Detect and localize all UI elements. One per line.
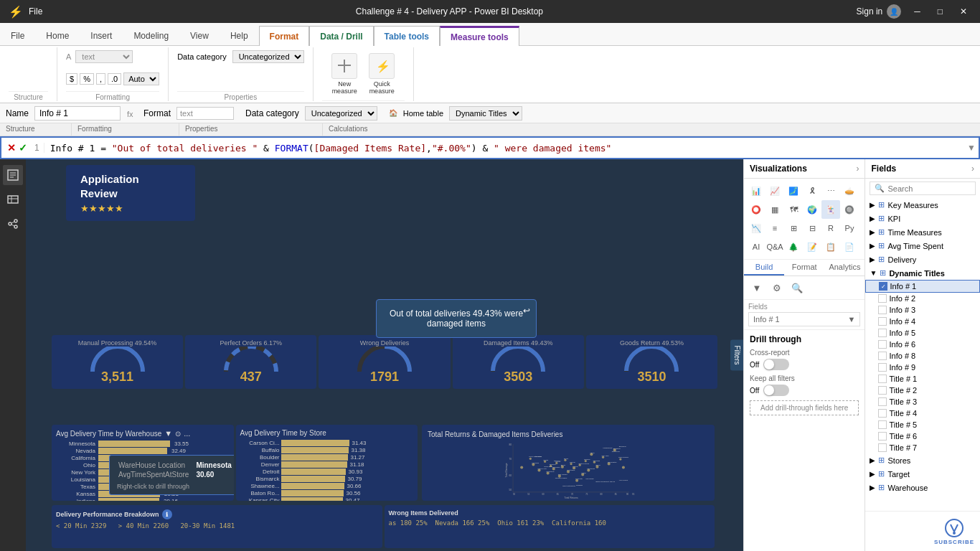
tab-measuretools[interactable]: Measure tools <box>440 26 519 46</box>
field-item-title7[interactable]: Title # 7 <box>865 442 980 453</box>
viz-icon-scatter[interactable]: ⋯ <box>821 182 840 200</box>
nav-model[interactable] <box>3 214 23 234</box>
field-item-info9[interactable]: Info # 9 <box>865 362 980 373</box>
tab-analytics[interactable]: Analytics <box>824 260 864 276</box>
group-kpi[interactable]: ▶ ⊞ KPI <box>865 212 980 225</box>
viz-icon-map[interactable]: 🗺 <box>784 200 803 219</box>
tab-modeling[interactable]: Modeling <box>123 25 179 45</box>
formula-content[interactable]: Info # 1 = "Out of total deliveries " & … <box>44 141 967 155</box>
minimize-btn[interactable]: ─ <box>910 6 925 17</box>
group-delivery[interactable]: ▶ ⊞ Delivery <box>865 253 980 266</box>
viz-settings-icon[interactable]: ⚙ <box>768 279 786 296</box>
group-time-measures[interactable]: ▶ ⊞ Time Measures <box>865 225 980 239</box>
viz-icon-pie[interactable]: 🥧 <box>840 182 859 200</box>
decimal-btn[interactable]: .0 <box>108 73 121 85</box>
tab-datadrill[interactable]: Data / Drill <box>309 26 373 46</box>
viz-expand-icon[interactable]: › <box>856 164 859 174</box>
percent-btn[interactable]: % <box>80 73 94 85</box>
tab-insert[interactable]: Insert <box>80 25 123 45</box>
group-dynamic-titles-header[interactable]: ▼ ⊞ Dynamic Titles <box>865 266 980 280</box>
viz-icon-py[interactable]: Py <box>840 219 859 237</box>
new-measure-btn[interactable]: Newmeasure <box>329 50 360 98</box>
field-item-info5[interactable]: Info # 5 <box>865 327 980 339</box>
viz-icon-gauge[interactable]: 🔘 <box>840 200 859 219</box>
group-stores[interactable]: ▶ ⊞ Stores <box>865 453 980 467</box>
viz-filter-icon[interactable]: ▼ <box>748 279 765 296</box>
viz-icon-qa[interactable]: Q&A <box>765 237 784 256</box>
group-warehouse[interactable]: ▶ ⊞ Warehouse <box>865 481 980 494</box>
viz-search-icon[interactable]: 🔍 <box>788 279 806 296</box>
tab-help[interactable]: Help <box>220 25 259 45</box>
data-category-dropdown[interactable]: Uncategorized <box>232 50 304 63</box>
dollar-btn[interactable]: $ <box>66 73 77 85</box>
field-item-title4[interactable]: Title # 4 <box>865 408 980 419</box>
field-item-title5[interactable]: Title # 5 <box>865 419 980 430</box>
viz-icon-filled-map[interactable]: 🌍 <box>803 200 821 219</box>
viz-icon-line[interactable]: 📈 <box>765 182 784 200</box>
field-item-info6[interactable]: Info # 6 <box>865 339 980 350</box>
data-category-select[interactable]: Uncategorized <box>305 106 377 121</box>
tab-format[interactable]: Format <box>259 26 310 46</box>
viz-icon-paginated[interactable]: 📄 <box>840 237 859 256</box>
add-drill-fields[interactable]: Add drill-through fields here <box>750 400 859 415</box>
keep-filters-toggle-track[interactable] <box>763 385 789 396</box>
fields-expand-icon[interactable]: › <box>971 164 974 174</box>
tab-home[interactable]: Home <box>35 25 80 45</box>
chart-focus-icon[interactable]: ⊙ <box>175 430 181 438</box>
formula-cancel[interactable]: ✕ <box>7 142 16 154</box>
tab-format-viz[interactable]: Format <box>784 260 824 276</box>
fields-search-input[interactable] <box>887 184 952 193</box>
comma-btn[interactable]: , <box>96 73 105 85</box>
field-item-title2[interactable]: Title # 2 <box>865 385 980 396</box>
viz-icon-decomp[interactable]: 🌲 <box>784 237 803 256</box>
field-item-info8[interactable]: Info # 8 <box>865 350 980 362</box>
tab-tabletools[interactable]: Table tools <box>374 26 440 46</box>
quick-measure-btn[interactable]: ⚡ Quickmeasure <box>366 50 397 98</box>
viz-icon-treemap[interactable]: ▦ <box>765 200 784 219</box>
format-input[interactable] <box>176 107 234 120</box>
viz-icon-table[interactable]: ⊞ <box>784 219 803 237</box>
filters-tab[interactable]: Filters <box>730 339 743 370</box>
format-dropdown[interactable]: text <box>75 50 133 63</box>
viz-icon-matrix[interactable]: ⊟ <box>803 219 821 237</box>
viz-icon-r[interactable]: R <box>821 219 840 237</box>
nav-report[interactable] <box>3 165 23 185</box>
nav-data[interactable] <box>3 189 23 209</box>
viz-icon-ai[interactable]: AI <box>747 237 765 256</box>
name-input[interactable] <box>34 106 121 121</box>
file-menu[interactable]: File <box>29 6 42 17</box>
close-btn[interactable]: ✕ <box>956 6 971 17</box>
field-item-info3[interactable]: Info # 3 <box>865 304 980 316</box>
group-target[interactable]: ▶ ⊞ Target <box>865 467 980 481</box>
viz-icon-kpi[interactable]: 📉 <box>747 219 765 237</box>
viz-icon-slicer[interactable]: ≡ <box>765 219 784 237</box>
formula-confirm[interactable]: ✓ <box>19 142 27 154</box>
group-key-measures[interactable]: ▶ ⊞ Key Measures <box>865 198 980 212</box>
field-item-info2[interactable]: Info # 2 <box>865 293 980 304</box>
field-item-info1[interactable]: ✓ Info # 1 <box>865 280 980 293</box>
field-item-title3[interactable]: Title # 3 <box>865 396 980 408</box>
tab-view[interactable]: View <box>179 25 220 45</box>
tab-file[interactable]: File <box>0 25 35 45</box>
field-item-info4[interactable]: Info # 4 <box>865 316 980 327</box>
auto-dropdown[interactable]: Auto <box>123 72 159 85</box>
home-table-select[interactable]: Dynamic Titles <box>449 106 522 121</box>
field-item-title6[interactable]: Title # 6 <box>865 430 980 442</box>
field-dropdown[interactable]: Info # 1 ▼ <box>748 312 860 326</box>
chart-more-icon[interactable]: ... <box>184 429 190 438</box>
user-icon[interactable]: 👤 <box>887 4 901 19</box>
viz-icon-narrative[interactable]: 📝 <box>803 237 821 256</box>
tooltip-close[interactable]: ↩ <box>523 306 530 316</box>
viz-icon-metrics[interactable]: 📋 <box>821 237 840 256</box>
viz-icon-donut[interactable]: ⭕ <box>747 200 765 219</box>
viz-icon-area[interactable]: 🗾 <box>784 182 803 200</box>
viz-icon-bar[interactable]: 📊 <box>747 182 765 200</box>
cross-report-toggle-track[interactable] <box>763 359 789 370</box>
formula-expand[interactable]: ▼ <box>967 143 976 153</box>
group-avg-time[interactable]: ▶ ⊞ Avg Time Spent <box>865 239 980 253</box>
tab-build[interactable]: Build <box>744 260 784 276</box>
field-item-title1[interactable]: Title # 1 <box>865 373 980 385</box>
chart-filter-icon[interactable]: ▼ <box>164 429 172 438</box>
viz-icon-card[interactable]: 🃏 <box>821 200 840 219</box>
maximize-btn[interactable]: □ <box>933 6 947 17</box>
